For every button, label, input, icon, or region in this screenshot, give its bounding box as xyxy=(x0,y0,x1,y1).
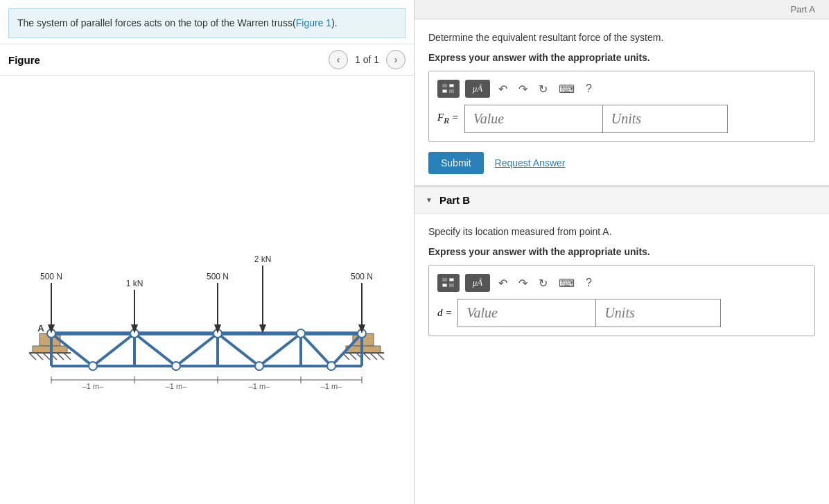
svg-text:500 N: 500 N xyxy=(40,272,62,281)
undo-button-a[interactable]: ↶ xyxy=(496,81,510,97)
part-a-header-strip: Part A xyxy=(414,0,829,19)
svg-line-29 xyxy=(176,333,218,366)
units-input-a[interactable] xyxy=(603,105,728,133)
part-a-actions: Submit Request Answer xyxy=(428,152,815,174)
truss-diagram: 500 N 1 kN 500 N 2 kN 500 N –1 m– xyxy=(27,179,387,401)
part-a-toolbar: μÅ ↶ ↷ ↻ ⌨ ? xyxy=(437,80,806,98)
left-panel: The system of parallel forces acts on th… xyxy=(0,0,414,504)
figure-navigation: ‹ 1 of 1 › xyxy=(329,50,405,69)
svg-line-3 xyxy=(29,353,36,360)
value-input-b[interactable] xyxy=(457,299,596,327)
part-a-instruction1: Determine the equivalent resultant force… xyxy=(428,31,815,45)
part-b-content: Specify its location measured from point… xyxy=(414,214,829,347)
svg-point-39 xyxy=(89,362,97,370)
part-b-toolbar: μÅ ↶ ↷ ↻ ⌨ ? xyxy=(437,274,806,292)
svg-line-17 xyxy=(377,353,384,360)
svg-line-16 xyxy=(370,353,377,360)
figure-header: Figure ‹ 1 of 1 › xyxy=(0,44,414,76)
svg-text:A: A xyxy=(37,323,44,333)
svg-line-5 xyxy=(43,353,50,360)
units-input-b[interactable] xyxy=(596,299,721,327)
svg-text:500 N: 500 N xyxy=(350,272,372,281)
part-b-instruction2: Express your answer with the appropriate… xyxy=(428,245,815,259)
refresh-button-a[interactable]: ↻ xyxy=(536,81,550,97)
part-a-instruction2: Express your answer with the appropriate… xyxy=(428,51,815,65)
request-answer-button-a[interactable]: Request Answer xyxy=(495,157,566,168)
undo-button-b[interactable]: ↶ xyxy=(496,275,510,291)
svg-line-30 xyxy=(218,333,259,366)
svg-text:1 kN: 1 kN xyxy=(125,279,143,288)
svg-point-37 xyxy=(297,329,305,338)
next-figure-button[interactable]: › xyxy=(386,50,405,69)
collapse-icon-b[interactable]: ▼ xyxy=(426,196,433,204)
svg-point-40 xyxy=(172,362,180,370)
svg-line-27 xyxy=(93,333,134,366)
problem-description: The system of parallel forces acts on th… xyxy=(8,8,405,38)
part-b-answer-row: d = xyxy=(437,299,806,327)
part-b-header: ▼ Part B xyxy=(414,186,829,214)
page-indicator: 1 of 1 xyxy=(352,54,382,65)
submit-button-a[interactable]: Submit xyxy=(428,152,484,174)
figure-link[interactable]: Figure 1 xyxy=(296,17,331,28)
svg-line-32 xyxy=(301,333,331,366)
keyboard-button-a[interactable]: ⌨ xyxy=(556,81,577,97)
description-text: The system of parallel forces acts on th… xyxy=(17,17,296,28)
svg-line-8 xyxy=(64,353,71,360)
mu-button-b[interactable]: μÅ xyxy=(465,274,490,292)
svg-text:–1 m–: –1 m– xyxy=(248,382,270,390)
svg-line-28 xyxy=(134,333,176,366)
mu-button-a[interactable]: μÅ xyxy=(465,80,490,98)
help-button-a[interactable]: ? xyxy=(583,81,595,96)
prev-figure-button[interactable]: ‹ xyxy=(329,50,348,69)
description-end: ). xyxy=(331,17,338,28)
part-a-answer-row: FR = xyxy=(437,105,806,133)
part-a-section: Determine the equivalent resultant force… xyxy=(414,19,829,186)
matrix-button-b[interactable] xyxy=(437,274,460,292)
part-b-answer-box: μÅ ↶ ↷ ↻ ⌨ ? d = xyxy=(428,265,815,336)
svg-line-7 xyxy=(57,353,64,360)
redo-button-a[interactable]: ↷ xyxy=(516,81,530,97)
svg-text:–1 m–: –1 m– xyxy=(165,382,186,390)
figure-area: 500 N 1 kN 500 N 2 kN 500 N –1 m– xyxy=(0,76,414,504)
value-input-a[interactable] xyxy=(464,105,603,133)
svg-text:500 N: 500 N xyxy=(206,272,228,281)
keyboard-button-b[interactable]: ⌨ xyxy=(556,275,577,291)
svg-point-42 xyxy=(327,362,335,370)
matrix-button-a[interactable] xyxy=(437,80,460,98)
right-panel: Part A Determine the equivalent resultan… xyxy=(414,0,829,504)
svg-line-15 xyxy=(363,353,370,360)
figure-label: Figure xyxy=(8,54,329,66)
refresh-button-b[interactable]: ↻ xyxy=(536,275,550,291)
help-button-b[interactable]: ? xyxy=(583,275,595,290)
redo-button-b[interactable]: ↷ xyxy=(516,275,530,291)
svg-text:–1 m–: –1 m– xyxy=(82,382,103,390)
part-a-answer-box: μÅ ↶ ↷ ↻ ⌨ ? FR = xyxy=(428,71,815,142)
variable-label-a: FR = xyxy=(437,112,459,126)
part-b-title: Part B xyxy=(439,194,470,206)
svg-point-41 xyxy=(255,362,263,370)
variable-label-b: d = xyxy=(437,307,452,319)
svg-line-4 xyxy=(36,353,43,360)
svg-line-13 xyxy=(349,353,356,360)
svg-text:2 kN: 2 kN xyxy=(254,254,271,264)
svg-text:–1 m–: –1 m– xyxy=(320,382,342,390)
svg-line-31 xyxy=(259,333,301,366)
part-b-instruction1: Specify its location measured from point… xyxy=(428,225,815,239)
